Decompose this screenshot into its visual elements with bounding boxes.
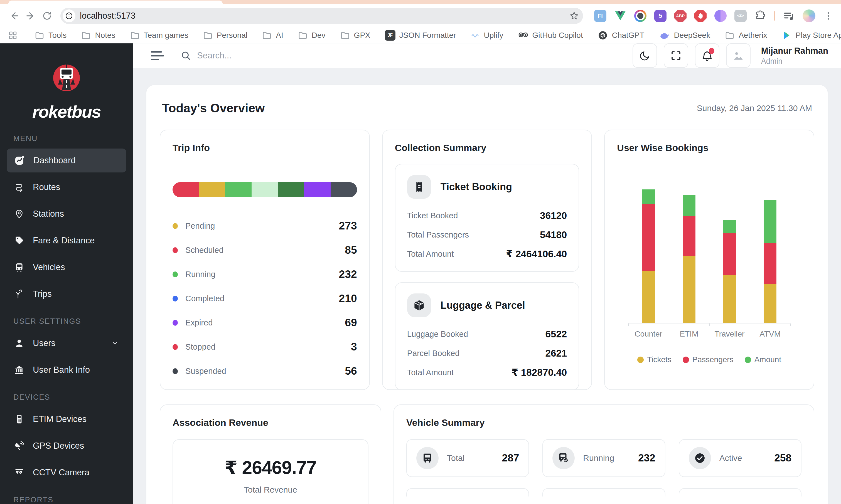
bookmark-github-copilot[interactable]: GitHub Copilot bbox=[518, 30, 583, 41]
sidebar-item-label: Dashboard bbox=[33, 156, 76, 165]
legend-value: 210 bbox=[339, 292, 357, 305]
sidebar-item-label: Routes bbox=[33, 182, 60, 192]
axis-tick bbox=[669, 323, 669, 326]
total-revenue-value: ₹ 26469.77 bbox=[173, 457, 368, 479]
menu-toggle-icon[interactable] bbox=[151, 51, 164, 60]
trip-legend-row-running: Running232 bbox=[173, 267, 357, 281]
bookmark-notes[interactable]: Notes bbox=[81, 30, 115, 40]
trip-legend-row-completed: Completed210 bbox=[173, 291, 357, 305]
vehicle-stat-running: Running232 bbox=[542, 439, 665, 477]
fullscreen-button[interactable] bbox=[664, 43, 688, 68]
bookmark-team-games[interactable]: Team games bbox=[130, 30, 188, 40]
trip-info-title: Trip Info bbox=[173, 142, 357, 153]
bar-segment-amount bbox=[642, 190, 655, 204]
camera-lens-extension-icon[interactable] bbox=[634, 10, 647, 22]
brain-extension-icon[interactable] bbox=[714, 10, 726, 22]
vue5-extension-icon[interactable]: 5 bbox=[654, 10, 666, 22]
bookmark-tools[interactable]: Tools bbox=[35, 30, 67, 40]
bookmark-dev[interactable]: Dev bbox=[298, 30, 326, 40]
bar-segment-tickets bbox=[683, 256, 696, 323]
legend-dot bbox=[637, 357, 644, 363]
notifications-button[interactable] bbox=[695, 43, 719, 68]
collection-summary-card: Collection Summary Ticket Booking Ticket… bbox=[382, 130, 592, 390]
trip-status-strip bbox=[173, 182, 357, 197]
sidebar-item-vehicles[interactable]: Vehicles bbox=[7, 255, 126, 279]
bookmark-label: Aetherix bbox=[739, 31, 767, 40]
bookmark-uplify[interactable]: Uplify bbox=[471, 31, 504, 40]
active-tab[interactable] bbox=[8, 1, 223, 4]
legend-value: 85 bbox=[345, 244, 357, 256]
bus-icon bbox=[14, 262, 24, 273]
search-input[interactable] bbox=[197, 51, 364, 61]
sidebar-item-dashboard[interactable]: Dashboard bbox=[7, 148, 126, 173]
sidebar-item-stations[interactable]: Stations bbox=[7, 202, 126, 226]
user-wise-bookings-title: User Wise Bookings bbox=[617, 142, 802, 153]
vehicle-stat-label: Active bbox=[719, 453, 742, 463]
vehicle-stat-label: Running bbox=[583, 453, 614, 463]
trip-legend-row-scheduled: Scheduled85 bbox=[173, 243, 357, 257]
sidebar-item-users[interactable]: Users bbox=[7, 331, 126, 355]
bank-icon bbox=[14, 365, 24, 375]
bar-segment-tickets bbox=[723, 275, 736, 323]
extensions-puzzle-icon[interactable] bbox=[754, 10, 766, 22]
url-bar[interactable]: localhost:5173 bbox=[60, 8, 583, 24]
browser-menu-icon[interactable] bbox=[823, 11, 834, 21]
stacked-bar-traveller bbox=[723, 220, 736, 323]
reload-button[interactable] bbox=[40, 8, 54, 23]
bookmark-ai[interactable]: AI bbox=[262, 30, 283, 40]
apps-grid-icon[interactable] bbox=[8, 30, 18, 40]
adblock-plus-extension-icon[interactable]: ABP bbox=[674, 10, 686, 22]
bookmark-play-store-app[interactable]: Play Store App bbox=[782, 30, 841, 40]
sidebar-item-user-bank-info[interactable]: User Bank Info bbox=[7, 358, 126, 382]
user-avatar[interactable] bbox=[726, 43, 751, 68]
sidebar-item-cctv-camera[interactable]: CCTV Camera bbox=[7, 461, 126, 485]
stacked-bar-atvm bbox=[764, 200, 776, 323]
site-info-icon[interactable] bbox=[63, 10, 75, 22]
folder-icon bbox=[262, 30, 272, 40]
vehicle-summary-card: Vehicle Summary Total287Running232Active… bbox=[393, 404, 814, 504]
bookmark-json-formatter[interactable]: JFJSON Formatter bbox=[385, 30, 456, 41]
fontanello-extension-icon[interactable]: FI bbox=[594, 10, 607, 22]
bookmark-label: Dev bbox=[312, 31, 326, 40]
bookmark-aetherix[interactable]: Aetherix bbox=[725, 30, 767, 40]
legend-value: 232 bbox=[339, 268, 357, 281]
bookmark-gpx[interactable]: GPX bbox=[340, 30, 370, 40]
clipped-vehicle-row bbox=[406, 488, 802, 497]
legend-label: Amount bbox=[754, 355, 782, 364]
main-area: Mijanur Rahman Admin Today's Overview Su… bbox=[133, 43, 841, 504]
sidebar-item-fare-distance[interactable]: Fare & Distance bbox=[7, 229, 126, 253]
stacked-bar-counter bbox=[642, 190, 655, 323]
bar-segment-amount bbox=[723, 220, 736, 233]
user-block[interactable]: Mijanur Rahman Admin bbox=[761, 46, 828, 66]
chart-category-labels: CounterETIMTravellerATVM bbox=[628, 329, 790, 339]
sidebar-item-gps-devices[interactable]: GPS Devices bbox=[7, 434, 126, 458]
legend-label: Completed bbox=[185, 294, 224, 303]
bookmark-star-icon[interactable] bbox=[569, 11, 579, 21]
stop-hand-extension-icon[interactable] bbox=[694, 10, 706, 22]
bookmark-personal[interactable]: Personal bbox=[203, 30, 248, 40]
bookmark-deepseek[interactable]: DeepSeek bbox=[659, 30, 710, 41]
vue-devtools-extension-icon[interactable] bbox=[614, 10, 627, 22]
sidebar-item-label: Vehicles bbox=[33, 262, 65, 272]
browser-profile-avatar[interactable] bbox=[803, 10, 816, 22]
sidebar-item-trips[interactable]: Trips bbox=[7, 282, 126, 306]
legend-dot bbox=[173, 344, 178, 350]
search-box[interactable] bbox=[180, 50, 633, 61]
bookmark-label: Personal bbox=[217, 31, 248, 40]
chevron-down-icon bbox=[111, 339, 119, 347]
dark-mode-button[interactable] bbox=[633, 43, 657, 68]
current-datetime: Sunday, 26 Jan 2025 11.30 AM bbox=[697, 104, 812, 113]
bookmark-chatgpt[interactable]: ChatGPT bbox=[597, 30, 645, 41]
total-revenue-card: ₹ 26469.77 Total Revenue bbox=[173, 439, 368, 504]
reading-list-icon[interactable] bbox=[783, 10, 795, 22]
sidebar-item-etim-devices[interactable]: ETIM Devices bbox=[7, 407, 126, 431]
page-title: Today's Overview bbox=[162, 101, 265, 115]
bar-segment-tickets bbox=[642, 271, 655, 323]
code-extension-icon[interactable]: </> bbox=[734, 10, 747, 22]
back-button[interactable] bbox=[7, 8, 21, 23]
forward-button[interactable] bbox=[24, 8, 37, 23]
tag-icon bbox=[14, 235, 24, 246]
url-text[interactable]: localhost:5173 bbox=[80, 11, 569, 21]
section-label-user-settings: USER SETTINGS bbox=[13, 317, 126, 326]
sidebar-item-routes[interactable]: Routes bbox=[7, 175, 126, 199]
